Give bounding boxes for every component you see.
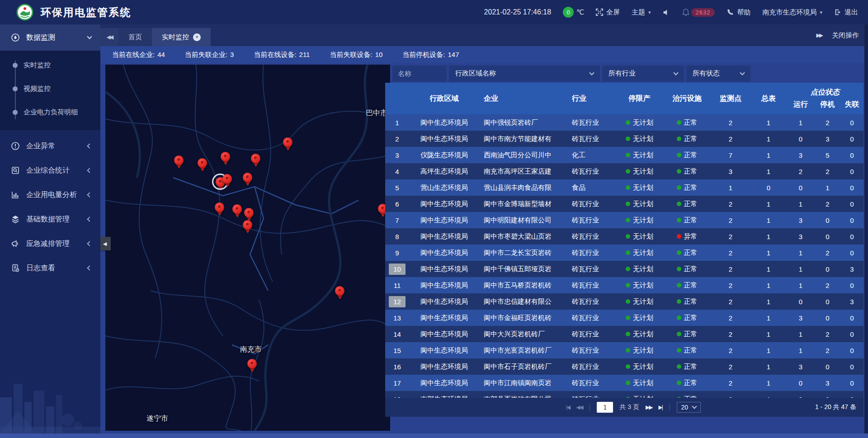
first-page-button[interactable]: |◀ — [566, 404, 570, 410]
run-cell: 1 — [787, 261, 815, 277]
stat-value: 3 — [230, 51, 234, 59]
sidebar-item-power-load-detail[interactable]: 企业电力负荷明细 — [0, 100, 100, 124]
theme-dropdown[interactable]: 主题▾ — [632, 8, 651, 17]
region-select-value: 行政区域名称 — [455, 69, 584, 78]
table-row[interactable]: 14 阆中生态环境局 阆中大兴页岩机砖厂 砖瓦行业 无计划 正常 2 1 1 2… — [385, 326, 863, 342]
map-pin[interactable] — [283, 137, 293, 151]
sidebar-item-enterprise-statistics[interactable]: 企业综合统计 — [0, 158, 100, 183]
prev-page-button[interactable]: ◀◀ — [576, 404, 582, 410]
table-row[interactable]: 15 阆中生态环境局 阆中市光富页岩机砖厂 砖瓦行业 无计划 正常 2 1 1 … — [385, 342, 863, 358]
stop-cell: 2 — [815, 326, 840, 342]
tab-home[interactable]: 首页 — [118, 28, 152, 46]
tab-strip: ◀◀ 首页 实时监控 × ▶▶ 关闭操作 — [100, 24, 868, 46]
table-row[interactable]: 1 阆中生态环境局 阆中强锐页岩砖厂 砖瓦行业 无计划 正常 2 1 1 2 0 — [385, 114, 863, 131]
table-row[interactable]: 9 阆中生态环境局 阆中市二龙长宝页岩砖 砖瓦行业 无计划 正常 2 1 1 2… — [385, 245, 863, 261]
points-cell: 2 — [711, 228, 750, 245]
facility-status-cell: 正常 — [663, 147, 711, 163]
status-dot-icon — [626, 120, 630, 125]
map-collapse-button[interactable]: ◀ — [99, 237, 111, 250]
next-page-button[interactable]: ▶▶ — [646, 404, 652, 410]
map-pin[interactable] — [222, 174, 232, 188]
table-row[interactable]: 7 阆中生态环境局 阆中明阳建材有限公司 砖瓦行业 无计划 正常 2 1 3 0… — [385, 212, 863, 228]
chevron-left-icon — [87, 192, 92, 197]
stop-cell: 0 — [815, 212, 840, 228]
table-row[interactable]: 6 阆中生态环境局 阆中市金博瑞新型墙材 砖瓦行业 无计划 正常 2 1 1 2… — [385, 196, 863, 212]
sidebar-item-video-monitoring[interactable]: 视频监控 — [0, 77, 100, 100]
sidebar-item-emergency-reduction[interactable]: 应急减排管理 — [0, 231, 100, 256]
stop-cell: 2 — [815, 163, 840, 179]
table-row[interactable]: 16 阆中生态环境局 阆中市石子页岩机砖厂 砖瓦行业 无计划 正常 2 1 3 … — [385, 358, 863, 375]
status-dot-icon — [626, 267, 630, 271]
sidebar-item-enterprise-abnormal[interactable]: 企业异常 — [0, 134, 100, 158]
mute-button[interactable] — [663, 9, 670, 16]
map-pin[interactable] — [174, 155, 184, 170]
map-pin[interactable] — [243, 220, 253, 234]
map-pin[interactable] — [251, 154, 261, 168]
skyline-decoration — [0, 343, 100, 433]
company-cell: 西南油气田分公司川中 — [479, 147, 567, 163]
lost-cell: 0 — [840, 375, 863, 391]
stop-cell: 2 — [815, 342, 840, 358]
map-pin[interactable] — [221, 152, 231, 166]
alert-circle-icon — [11, 141, 20, 151]
sidebar-item-basic-data[interactable]: 基础数据管理 — [0, 207, 100, 231]
logout-button[interactable]: 退出 — [834, 8, 858, 17]
table-row[interactable]: 12 阆中生态环境局 阆中市忠信建材有限公 砖瓦行业 无计划 正常 2 1 0 … — [385, 293, 863, 310]
map-pin[interactable] — [215, 203, 225, 217]
name-search-input[interactable] — [392, 66, 447, 81]
industry-column-header: 行业 — [567, 83, 616, 114]
map-pin[interactable] — [335, 286, 345, 300]
close-operations-button[interactable]: 关闭操作 — [832, 31, 859, 40]
table-row[interactable]: 4 高坪生态环境局 南充市高坪区王家店建 砖瓦行业 无计划 正常 3 1 2 2… — [385, 163, 863, 179]
run-cell: 0 — [787, 293, 815, 310]
page-number-input[interactable]: 1 — [597, 402, 613, 413]
industry-cell: 砖瓦行业 — [567, 196, 616, 212]
production-status-cell: 无计划 — [616, 277, 663, 293]
region-select[interactable]: 行政区域名称 — [449, 66, 600, 81]
bullet-dot-icon — [13, 63, 18, 68]
table-row[interactable]: 2 阆中生态环境局 阆中市南方节能建材有 砖瓦行业 无计划 正常 2 1 0 3… — [385, 131, 863, 147]
status-select[interactable]: 所有状态 — [686, 66, 750, 81]
run-cell: 2 — [787, 163, 815, 179]
meter-cell: 1 — [750, 212, 787, 228]
sidebar-item-realtime-monitoring[interactable]: 实时监控 — [0, 53, 100, 77]
table-row[interactable]: 17 阆中生态环境局 阆中市江南镇阆南页岩 砖瓦行业 无计划 正常 2 1 0 … — [385, 375, 863, 391]
tabs-scroll-right-button[interactable]: ▶▶ — [816, 32, 822, 38]
temperature: 0 ℃ — [563, 7, 584, 18]
table-row[interactable]: 13 阆中生态环境局 阆中市金福旺页岩机砖 砖瓦行业 无计划 正常 2 1 3 … — [385, 310, 863, 326]
production-column-header: 停限产 — [616, 83, 663, 114]
table-row[interactable]: 3 仪陇生态环境局 西南油气田分公司川中 化工 无计划 正常 7 1 3 5 0 — [385, 147, 863, 163]
table-row[interactable]: 10 阆中生态环境局 阆中千佛镇五郎垭页岩 砖瓦行业 无计划 正常 2 1 1 … — [385, 261, 863, 277]
sidebar-item-electricity-analysis[interactable]: 企业用电量分析 — [0, 183, 100, 207]
tab-realtime-monitoring[interactable]: 实时监控 × — [152, 28, 211, 46]
map-panel[interactable]: 巴中市 南充市 遂宁市 — [105, 65, 390, 431]
last-page-button[interactable]: ▶| — [659, 404, 662, 410]
scrollbar-track[interactable] — [864, 24, 868, 438]
table-row[interactable]: 18 南部生态环境局 南部县页岩砖有限公司 砖瓦行业 无计划 正常 2 1 0 … — [385, 391, 863, 398]
tabs-scroll-left-button[interactable]: ◀◀ — [100, 28, 118, 46]
meter-cell: 1 — [750, 114, 787, 131]
notifications-button[interactable]: 2632 — [682, 8, 715, 17]
chevron-left-icon — [87, 265, 92, 270]
row-index-cell: 18 — [385, 391, 409, 398]
industry-select[interactable]: 所有行业 — [602, 66, 684, 81]
table-row[interactable]: 5 营山生态环境局 营山县润丰肉食品有限 食品 无计划 正常 1 0 0 1 0 — [385, 179, 863, 196]
layers-icon — [11, 215, 20, 224]
map-pin[interactable] — [198, 158, 208, 172]
table-row[interactable]: 11 阆中生态环境局 阆中市五马桥页岩机砖 砖瓦行业 无计划 正常 2 1 1 … — [385, 277, 863, 293]
page-size-select[interactable]: 20 — [677, 402, 701, 413]
map-pin[interactable] — [243, 173, 253, 187]
sidebar-item-log-view[interactable]: 日志查看 — [0, 256, 100, 280]
points-cell: 2 — [711, 293, 750, 310]
tab-close-icon[interactable]: × — [193, 33, 201, 41]
map-pin[interactable] — [232, 204, 242, 218]
org-dropdown[interactable]: 南充市生态环境局▾ — [762, 8, 822, 17]
table-row[interactable]: 8 阆中生态环境局 阆中市枣碧大梁山页岩 砖瓦行业 无计划 异常 2 1 3 0… — [385, 228, 863, 245]
region-cell: 阆中生态环境局 — [409, 326, 479, 342]
map-pin[interactable] — [247, 359, 257, 373]
sidebar-item-data-monitoring[interactable]: 数据监测 — [0, 24, 100, 51]
industry-cell: 砖瓦行业 — [567, 114, 616, 131]
fullscreen-button[interactable]: 全屏 — [596, 8, 620, 17]
help-button[interactable]: 帮助 — [726, 8, 750, 17]
index-column-header — [385, 83, 409, 114]
